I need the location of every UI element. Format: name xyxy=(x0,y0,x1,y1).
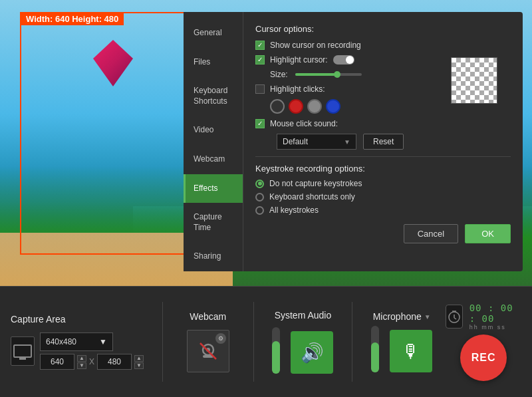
nav-item-sharing[interactable]: Sharing xyxy=(184,242,243,271)
separator-1 xyxy=(162,302,163,382)
radio-all-row: All keystrokes xyxy=(255,205,511,215)
webcam-header: Webcam xyxy=(190,311,226,322)
microphone-header: Microphone ▼ xyxy=(373,311,431,322)
radio-no-capture-row: Do not capture keystrokes xyxy=(255,179,511,188)
separator-3 xyxy=(352,302,352,382)
color-dark[interactable] xyxy=(270,99,285,114)
capture-dimensions-label: Width: 640 Height: 480 xyxy=(21,13,124,25)
color-blue[interactable] xyxy=(326,99,340,114)
dimension-x: X xyxy=(89,357,94,366)
bottom-toolbar: Capture Area 640x480 ▼ 640 ▲ ▼ xyxy=(0,286,532,397)
capture-area-header: Capture Area xyxy=(11,314,144,325)
timer-labels: hh mm ss xyxy=(469,324,521,331)
resolution-dropdown-arrow: ▼ xyxy=(99,337,107,346)
capture-icon-button[interactable] xyxy=(11,336,35,366)
highlight-cursor-toggle[interactable] xyxy=(333,55,354,65)
ok-button[interactable]: OK xyxy=(465,224,511,243)
section-divider xyxy=(255,156,511,157)
system-audio-header: System Audio xyxy=(275,310,332,321)
mouse-click-sound-label: Mouse click sound: xyxy=(270,119,338,128)
microphone-button[interactable]: 🎙 xyxy=(390,330,432,372)
radio-dot xyxy=(258,182,262,186)
settings-sidebar: General Files Keyboard Shortcuts Video W… xyxy=(184,12,243,271)
webcam-off-icon xyxy=(188,331,229,372)
width-up-spinner[interactable]: ▲ xyxy=(77,355,86,362)
system-audio-section: System Audio 🔊 xyxy=(272,310,333,374)
timer-section: 00 : 00 : 00 hh mm ss REC xyxy=(446,303,521,381)
width-down-spinner[interactable]: ▼ xyxy=(77,362,86,369)
dropdown-row: Default ▼ Reset xyxy=(255,134,511,150)
dimension-inputs: 640 ▲ ▼ X 480 ▲ ▼ xyxy=(40,354,144,370)
radio-shortcuts-label: Keyboard shortcuts only xyxy=(269,192,355,201)
radio-all[interactable] xyxy=(255,206,264,215)
radio-shortcuts-row: Keyboard shortcuts only xyxy=(255,192,511,201)
system-audio-fill xyxy=(272,341,280,374)
nav-item-general[interactable]: General xyxy=(184,19,243,48)
radio-shortcuts[interactable] xyxy=(255,193,264,201)
resolution-select[interactable]: 640x480 ▼ xyxy=(40,332,113,351)
highlight-clicks-checkbox[interactable] xyxy=(255,84,265,94)
system-audio-slider[interactable] xyxy=(272,327,280,374)
microphone-icon: 🎙 xyxy=(402,340,420,362)
settings-content: Cursor options: ✓ Show cursor on recordi… xyxy=(243,12,523,271)
height-spinners: ▲ ▼ xyxy=(134,355,144,369)
microphone-dropdown-arrow[interactable]: ▼ xyxy=(424,313,431,321)
nav-item-capture-time[interactable]: Capture Time xyxy=(184,203,243,242)
settings-panel: General Files Keyboard Shortcuts Video W… xyxy=(184,12,523,271)
dropdown-arrow-icon: ▼ xyxy=(344,138,350,146)
mouse-click-sound-checkbox[interactable]: ✓ xyxy=(255,119,265,128)
microphone-slider[interactable] xyxy=(371,326,379,372)
size-slider-track[interactable] xyxy=(295,73,362,76)
system-audio-pair: 🔊 xyxy=(272,327,333,374)
height-input[interactable]: 480 xyxy=(97,354,132,370)
webcam-section: Webcam ⚙ xyxy=(182,311,235,372)
timer-icon-button[interactable] xyxy=(446,305,463,329)
webcam-button[interactable]: ⚙ xyxy=(187,330,229,372)
nav-item-keyboard-shortcuts[interactable]: Keyboard Shortcuts xyxy=(184,76,243,116)
clock-icon xyxy=(447,309,462,324)
radio-no-capture-label: Do not capture keystrokes xyxy=(269,179,362,188)
microphone-section: Microphone ▼ 🎙 xyxy=(371,311,432,372)
rec-button[interactable]: REC xyxy=(460,334,507,381)
capture-controls: 640x480 ▼ 640 ▲ ▼ X 480 ▲ xyxy=(11,332,144,370)
radio-all-label: All keystrokes xyxy=(269,205,319,215)
nav-item-webcam[interactable]: Webcam xyxy=(184,145,243,174)
settings-footer: Cancel OK xyxy=(255,219,511,243)
width-input[interactable]: 640 xyxy=(40,354,74,370)
size-label: Size: xyxy=(270,70,290,79)
height-down-spinner[interactable]: ▼ xyxy=(134,362,144,369)
radio-no-capture[interactable] xyxy=(255,180,264,188)
sound-dropdown[interactable]: Default ▼ xyxy=(277,134,356,150)
show-cursor-row: ✓ Show cursor on recording xyxy=(255,41,511,50)
system-audio-button[interactable]: 🔊 xyxy=(291,331,333,374)
size-slider-fill xyxy=(295,73,335,76)
highlight-clicks-label: Highlight clicks: xyxy=(270,84,325,94)
show-cursor-checkbox[interactable]: ✓ xyxy=(255,41,265,50)
capture-area-rect: Width: 640 Height: 480 xyxy=(20,12,185,255)
speaker-icon: 🔊 xyxy=(301,342,324,364)
cancel-button[interactable]: Cancel xyxy=(404,224,458,243)
nav-item-video[interactable]: Video xyxy=(184,116,243,145)
highlight-cursor-checkbox[interactable]: ✓ xyxy=(255,55,265,65)
width-spinners: ▲ ▼ xyxy=(77,355,86,369)
color-gray[interactable] xyxy=(307,99,322,114)
height-up-spinner[interactable]: ▲ xyxy=(134,355,144,362)
cursor-section-title: Cursor options: xyxy=(255,24,511,34)
capture-area-section: Capture Area 640x480 ▼ 640 ▲ ▼ xyxy=(11,314,144,370)
show-cursor-label: Show cursor on recording xyxy=(270,41,361,50)
toggle-knob xyxy=(346,56,354,64)
separator-2 xyxy=(253,302,254,382)
screen-icon xyxy=(13,344,32,358)
svg-line-6 xyxy=(454,318,456,319)
nav-item-files[interactable]: Files xyxy=(184,48,243,77)
keystroke-section-title: Keystroke recording options: xyxy=(255,164,511,174)
timer-display: 00 : 00 : 00 xyxy=(469,303,521,324)
color-red[interactable] xyxy=(289,99,303,114)
size-slider-thumb[interactable] xyxy=(334,71,340,78)
highlight-cursor-label: Highlight cursor: xyxy=(270,55,328,65)
mouse-click-sound-row: ✓ Mouse click sound: xyxy=(255,119,511,128)
microphone-fill xyxy=(371,342,379,373)
reset-button[interactable]: Reset xyxy=(363,134,404,150)
cursor-preview xyxy=(451,57,497,104)
nav-item-effects[interactable]: Effects xyxy=(184,174,243,203)
